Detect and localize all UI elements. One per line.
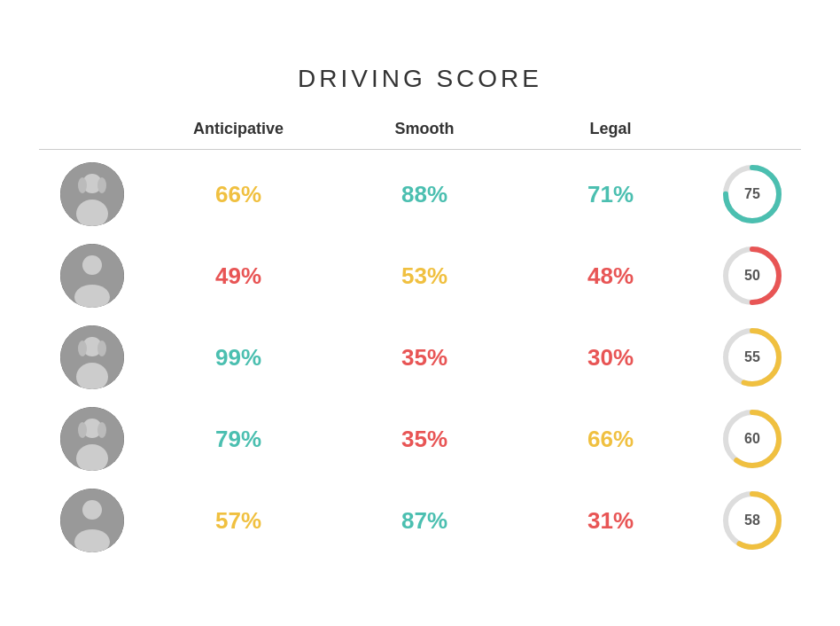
legal-value: 30% [587,344,634,371]
avatar-col [39,244,145,308]
legal-value: 31% [587,507,634,534]
score-table: Anticipative Smooth Legal 66% [39,120,801,561]
header-anticipative: Anticipative [145,120,331,138]
anticipative-value: 66% [215,181,261,207]
driving-score-container: DRIVING SCORE Anticipative Smooth Legal [39,65,801,561]
anticipative-col: 49% [145,262,331,290]
header-legal: Legal [517,120,704,138]
donut-score-value: 60 [744,431,760,447]
legal-value: 71% [587,181,634,207]
overall-score-col: 58 [704,489,801,552]
anticipative-col: 79% [145,426,331,453]
legal-col: 66% [517,426,704,453]
smooth-value: 87% [401,507,447,534]
donut-score-value: 55 [744,349,760,365]
anticipative-col: 57% [145,507,331,535]
table-row: 57% 87% 31% 58 [39,480,801,561]
anticipative-value: 49% [215,262,261,289]
legal-col: 71% [517,181,704,208]
overall-score-col: 55 [704,325,801,389]
svg-point-16 [97,340,106,356]
avatar-col [39,325,145,389]
legal-col: 30% [517,344,704,372]
avatar [60,489,124,552]
avatar-col [39,489,145,552]
legal-col: 48% [517,262,704,290]
table-row: 66% 88% 71% 75 [39,153,801,235]
legal-col: 31% [517,507,704,535]
header-smooth: Smooth [331,120,517,138]
smooth-value: 35% [401,344,447,371]
anticipative-col: 66% [145,181,331,208]
svg-point-8 [82,255,102,275]
table-row: 79% 35% 66% 60 [39,398,801,480]
table-row: 99% 35% 30% 55 [39,317,801,398]
donut: 75 [720,162,784,226]
svg-point-27 [82,500,102,520]
donut: 58 [720,489,784,552]
avatar [60,325,124,389]
svg-point-22 [78,422,87,438]
svg-point-23 [97,422,106,438]
table-header: Anticipative Smooth Legal [39,120,801,150]
avatar [60,407,124,471]
overall-score-col: 60 [704,407,801,471]
avatar-col [39,407,145,471]
avatar [60,162,124,226]
smooth-col: 53% [331,262,517,290]
smooth-col: 88% [331,181,517,208]
smooth-col: 87% [331,507,517,535]
anticipative-value: 79% [215,426,261,452]
anticipative-value: 99% [215,344,261,371]
svg-point-4 [97,177,106,193]
table-row: 49% 53% 48% 50 [39,235,801,317]
avatar [60,244,124,308]
page-title: DRIVING SCORE [39,65,801,93]
donut-score-value: 50 [744,268,760,284]
legal-value: 48% [587,262,634,289]
anticipative-col: 99% [145,344,331,372]
rows-container: 66% 88% 71% 75 49% [39,153,801,561]
overall-score-col: 75 [704,162,801,226]
smooth-value: 35% [401,426,447,452]
donut: 50 [720,244,784,308]
donut: 60 [720,407,784,471]
legal-value: 66% [587,426,634,452]
smooth-col: 35% [331,344,517,372]
anticipative-value: 57% [215,507,261,534]
smooth-value: 88% [401,181,447,207]
donut: 55 [720,325,784,389]
smooth-value: 53% [401,262,447,289]
avatar-col [39,162,145,226]
donut-score-value: 58 [744,513,760,528]
svg-point-3 [78,177,87,193]
donut-score-value: 75 [744,186,760,202]
overall-score-col: 50 [704,244,801,308]
svg-point-15 [78,340,87,356]
smooth-col: 35% [331,426,517,453]
